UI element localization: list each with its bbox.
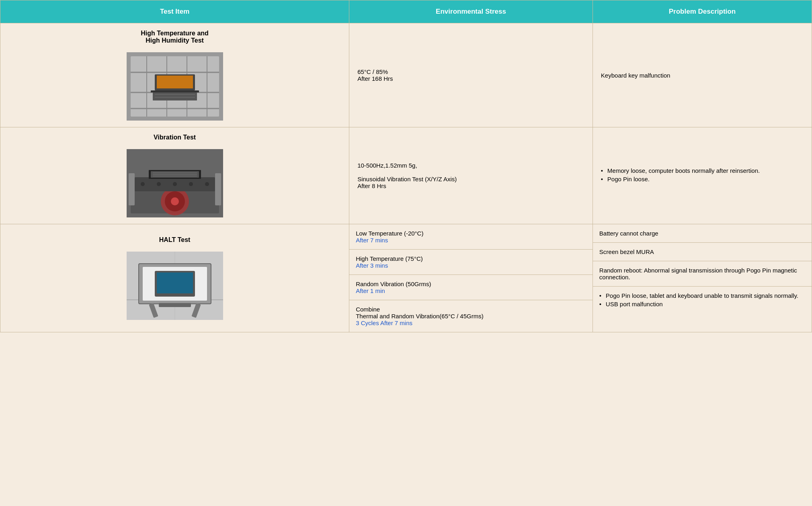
header-env-stress: Environmental Stress bbox=[349, 0, 593, 23]
vibration-image bbox=[127, 149, 223, 217]
vibration-problem-cell: Memory loose, computer boots normally af… bbox=[593, 127, 812, 224]
halt-sub-row-4: Combine Thermal and Random Vibration(65°… bbox=[349, 300, 593, 332]
svg-point-23 bbox=[173, 182, 177, 186]
halt-problem-subtable: Battery cannot charge Screen bezel MURA … bbox=[593, 224, 812, 315]
high-temp-problem-text: Keyboard key malfunction bbox=[601, 72, 671, 79]
svg-rect-10 bbox=[157, 76, 193, 88]
table-row: HALT Test bbox=[0, 224, 812, 332]
test-item-high-temp-cell: High Temperature andHigh Humidity Test bbox=[0, 23, 349, 127]
halt-stress-subtable: Low Temperature (-20°C) After 7 mins Hig… bbox=[349, 224, 593, 332]
halt-problem-1-text: Battery cannot charge bbox=[599, 230, 658, 237]
halt-stress-3: Random Vibration (50Grms) After 1 min bbox=[349, 275, 593, 300]
halt-problem-3-text: Random reboot: Abnormal signal transmiss… bbox=[599, 267, 797, 281]
halt-problem-2-text: Screen bezel MURA bbox=[599, 248, 654, 255]
halt-sub-row-3: Random Vibration (50Grms) After 1 min bbox=[349, 275, 593, 300]
halt-problem-4-item-2: USB port malfunction bbox=[599, 301, 805, 307]
halt-stress-col: Low Temperature (-20°C) After 7 mins Hig… bbox=[349, 224, 593, 332]
svg-rect-12 bbox=[153, 92, 197, 100]
header-problem-desc: Problem Description bbox=[593, 0, 812, 23]
table-row: Vibration Test bbox=[0, 127, 812, 224]
vibration-problem-list: Memory loose, computer boots normally af… bbox=[601, 167, 804, 182]
halt-stress-2-blue: After 3 mins bbox=[356, 262, 388, 269]
high-temp-stress-line2: After 168 Hrs bbox=[357, 75, 393, 82]
halt-stress-1-blue: After 7 mins bbox=[356, 237, 388, 244]
halt-problem-row-3: Random reboot: Abnormal signal transmiss… bbox=[593, 261, 812, 287]
svg-rect-32 bbox=[215, 173, 221, 205]
svg-rect-43 bbox=[159, 303, 191, 307]
halt-stress-3-blue: After 1 min bbox=[356, 287, 385, 294]
high-temp-problem-cell: Keyboard key malfunction bbox=[593, 23, 812, 127]
svg-rect-40 bbox=[157, 272, 193, 293]
vibration-problem-item-1: Memory loose, computer boots normally af… bbox=[601, 167, 804, 174]
halt-stress-1-line1: Low Temperature (-20°C) bbox=[356, 230, 423, 237]
halt-problem-col: Battery cannot charge Screen bezel MURA … bbox=[593, 224, 812, 332]
halt-problem-3: Random reboot: Abnormal signal transmiss… bbox=[593, 261, 812, 287]
halt-stress-4-line1: Combine bbox=[356, 306, 380, 313]
halt-problem-row-1: Battery cannot charge bbox=[593, 224, 812, 243]
halt-sub-row-2: High Temperature (75°C) After 3 mins bbox=[349, 250, 593, 275]
table-row: High Temperature andHigh Humidity Test bbox=[0, 23, 812, 127]
svg-point-19 bbox=[171, 197, 179, 205]
halt-stress-3-line1: Random Vibration (50Grms) bbox=[356, 281, 431, 287]
high-temp-stress-cell: 65°C / 85% After 168 Hrs bbox=[349, 23, 593, 127]
test-item-vibration-cell: Vibration Test bbox=[0, 127, 349, 224]
halt-problem-4-list: Pogo Pin loose, tablet and keyboard unab… bbox=[599, 292, 805, 307]
halt-stress-2-line1: High Temperature (75°C) bbox=[356, 255, 423, 262]
halt-stress-4: Combine Thermal and Random Vibration(65°… bbox=[349, 300, 593, 332]
svg-rect-31 bbox=[129, 173, 135, 205]
halt-problem-4: Pogo Pin loose, tablet and keyboard unab… bbox=[593, 287, 812, 315]
vibration-problem-item-2: Pogo Pin loose. bbox=[601, 176, 804, 182]
halt-problem-2: Screen bezel MURA bbox=[593, 243, 812, 261]
test-item-halt-label: HALT Test bbox=[159, 236, 191, 244]
svg-point-24 bbox=[189, 182, 193, 186]
vibration-stress-text: 10-500Hz,1.52mm 5g, Sinusoidal Vibration… bbox=[357, 162, 584, 189]
halt-problem-row-4: Pogo Pin loose, tablet and keyboard unab… bbox=[593, 287, 812, 315]
halt-problem-row-2: Screen bezel MURA bbox=[593, 243, 812, 261]
high-temp-stress-line1: 65°C / 85% bbox=[357, 68, 388, 75]
vibration-stress-line2: Sinusoidal Vibration Test (X/Y/Z Axis)Af… bbox=[357, 176, 457, 189]
halt-sub-row-1: Low Temperature (-20°C) After 7 mins bbox=[349, 224, 593, 250]
test-item-high-temp-label: High Temperature andHigh Humidity Test bbox=[141, 30, 209, 44]
svg-rect-11 bbox=[151, 90, 199, 92]
halt-stress-4-line2: Thermal and Random Vibration(65°C / 45Gr… bbox=[356, 313, 484, 320]
halt-stress-1: Low Temperature (-20°C) After 7 mins bbox=[349, 224, 593, 250]
halt-stress-4-blue: 3 Cycles After 7 mins bbox=[356, 320, 412, 326]
svg-point-22 bbox=[157, 182, 161, 186]
halt-image bbox=[127, 252, 223, 320]
high-temp-stress-text: 65°C / 85% After 168 Hrs bbox=[357, 68, 584, 82]
test-item-halt-cell: HALT Test bbox=[0, 224, 349, 332]
high-temp-image bbox=[127, 52, 223, 121]
vibration-stress-cell: 10-500Hz,1.52mm 5g, Sinusoidal Vibration… bbox=[349, 127, 593, 224]
svg-point-21 bbox=[141, 182, 145, 186]
header-test-item: Test Item bbox=[0, 0, 349, 23]
svg-point-25 bbox=[205, 182, 209, 186]
test-item-vibration-label: Vibration Test bbox=[154, 134, 196, 141]
halt-problem-4-item-1: Pogo Pin loose, tablet and keyboard unab… bbox=[599, 292, 805, 299]
halt-problem-1: Battery cannot charge bbox=[593, 224, 812, 243]
halt-stress-2: High Temperature (75°C) After 3 mins bbox=[349, 250, 593, 275]
vibration-stress-line1: 10-500Hz,1.52mm 5g, bbox=[357, 162, 417, 169]
